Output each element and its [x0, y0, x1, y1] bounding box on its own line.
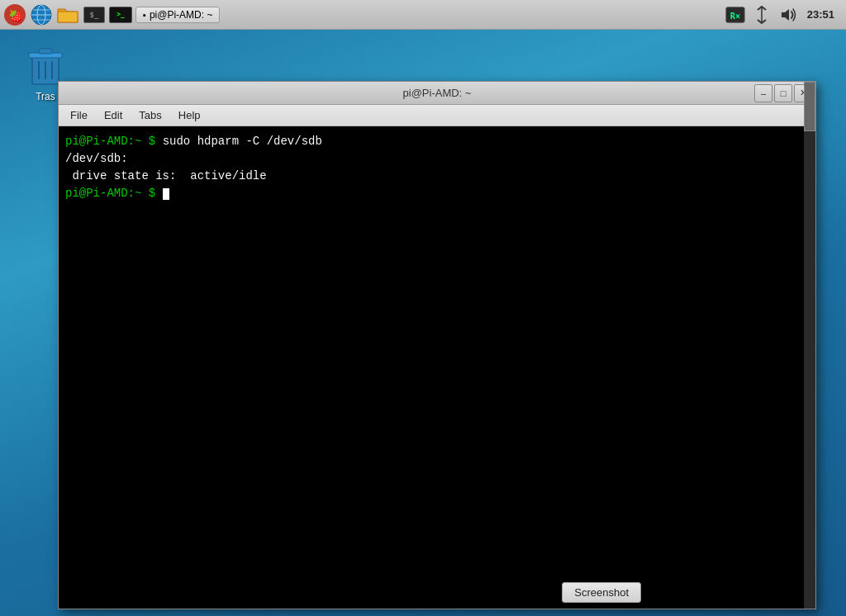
trash-label: Tras — [36, 91, 55, 102]
terminal-line-1: pi@Pi-AMD:~ $ sudo hdparm -C /dev/sdb — [65, 133, 809, 150]
raspberry-pi-icon: 🍓 — [3, 3, 26, 26]
scrollbar-track[interactable] — [804, 82, 815, 609]
svg-text:🍓: 🍓 — [8, 9, 23, 23]
globe-icon — [31, 4, 52, 26]
desktop: 🍓 — [0, 0, 846, 616]
taskbar: 🍓 — [0, 0, 846, 30]
folder-button[interactable] — [56, 3, 79, 26]
prompt-2: pi@Pi-AMD:~ — [65, 187, 141, 200]
terminal-line-4: drive state is: active/idle — [65, 168, 809, 185]
taskbar-left: 🍓 — [3, 3, 725, 26]
svg-text:R×: R× — [730, 11, 740, 20]
terminal-line-5: pi@Pi-AMD:~ $ — [65, 185, 809, 202]
terminal-line-3: /dev/sdb: — [65, 150, 809, 168]
volume-icon — [778, 5, 798, 25]
terminal-prompt-button[interactable]: >_ — [109, 3, 132, 26]
terminal-menubar: File Edit Tabs Help — [59, 105, 815, 126]
active-window-label: pi@Pi-AMD: ~ — [150, 9, 213, 21]
menu-help[interactable]: Help — [170, 107, 209, 123]
folder-icon — [57, 4, 78, 26]
volume-button[interactable] — [777, 4, 799, 26]
scrollbar-thumb[interactable] — [804, 82, 815, 131]
terminal-dark-button[interactable]: $_ — [83, 3, 106, 26]
terminal-cursor — [163, 188, 169, 200]
terminal-titlebar: pi@Pi-AMD: ~ – □ ✕ — [59, 82, 815, 105]
prompt-1: pi@Pi-AMD:~ — [65, 135, 141, 148]
raspberry-pi-menu-button[interactable]: 🍓 — [3, 3, 26, 26]
terminal-title: pi@Pi-AMD: ~ — [59, 87, 815, 99]
screenshot-button[interactable]: Screenshot — [562, 582, 641, 603]
prompt-symbol-1: $ — [149, 135, 163, 148]
terminal-body[interactable]: pi@Pi-AMD:~ $ sudo hdparm -C /dev/sdb /d… — [59, 126, 815, 609]
rx-tray-icon[interactable]: R× — [725, 4, 746, 26]
command-1: sudo hdparm -C /dev/sdb — [163, 135, 322, 148]
menu-file[interactable]: File — [62, 107, 96, 123]
rx-icon: R× — [725, 3, 746, 26]
svg-rect-11 — [39, 49, 52, 54]
menu-tabs[interactable]: Tabs — [131, 107, 169, 123]
prompt-symbol-2: $ — [149, 187, 163, 200]
network-arrows-icon — [753, 5, 771, 25]
network-button[interactable] — [751, 4, 772, 26]
terminal-dark-icon: $_ — [83, 7, 105, 23]
taskbar-right: R× 23:51 — [725, 4, 843, 26]
clock: 23:51 — [804, 8, 838, 21]
menu-edit[interactable]: Edit — [96, 107, 131, 123]
globe-button[interactable] — [30, 3, 53, 26]
minimize-button[interactable]: – — [754, 84, 772, 102]
terminal-green-icon: >_ — [109, 7, 132, 23]
output-line-4: drive state is: active/idle — [65, 169, 267, 182]
output-line-3: /dev/sdb: — [65, 152, 128, 165]
maximize-button[interactable]: □ — [774, 84, 792, 102]
active-window-button[interactable]: ▪ pi@Pi-AMD: ~ — [135, 7, 220, 23]
terminal-window: pi@Pi-AMD: ~ – □ ✕ File Edit Tabs Help p… — [58, 81, 816, 609]
